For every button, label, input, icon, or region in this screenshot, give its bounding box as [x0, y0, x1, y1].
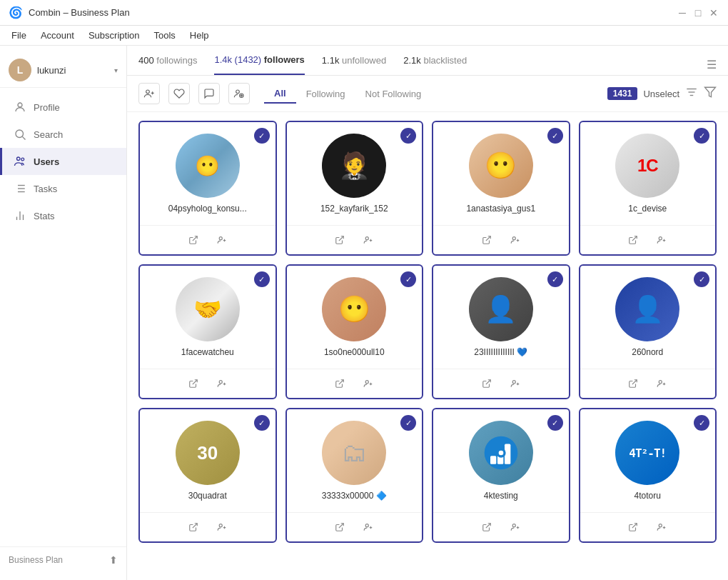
follow-user-button[interactable] [653, 375, 670, 392]
upgrade-icon[interactable]: ⬆ [109, 554, 118, 566]
svg-point-34 [512, 237, 515, 240]
follow-user-button[interactable] [213, 375, 231, 392]
card-avatar: 1С [615, 134, 679, 198]
follow-user-button[interactable] [507, 375, 524, 392]
follow-user-button[interactable] [507, 231, 524, 249]
follow-button[interactable] [228, 83, 250, 104]
open-profile-button[interactable] [185, 231, 202, 249]
stats-bar: 400 followings 1.4k (1432) followers 1.1… [127, 46, 728, 76]
titlebar-left: 🌀 Combin – Business Plan [9, 6, 130, 19]
follow-user-button[interactable] [360, 519, 377, 536]
open-profile-button[interactable] [625, 519, 642, 536]
maximize-button[interactable]: □ [692, 7, 704, 19]
users-icon [14, 155, 26, 168]
tasks-label: Tasks [34, 184, 57, 194]
follow-user-button[interactable] [653, 519, 670, 536]
open-profile-button[interactable] [185, 375, 202, 392]
card-username: 1facewatcheu [148, 347, 267, 363]
card-actions [580, 512, 716, 541]
card-actions [580, 225, 716, 254]
card-actions [140, 225, 275, 254]
svg-point-46 [365, 381, 368, 384]
filter-not-following[interactable]: Not Following [355, 84, 432, 104]
close-button[interactable]: ✕ [708, 7, 719, 19]
sort-icon[interactable] [685, 86, 698, 101]
open-profile-button[interactable] [185, 519, 202, 536]
user-selector[interactable]: L lukunzi ▾ [0, 53, 126, 88]
card-username: 1so0ne000ull10 [295, 347, 414, 363]
card-avatar: 🤵 [322, 134, 386, 198]
svg-point-1 [16, 130, 24, 138]
sidebar-item-tasks[interactable]: Tasks [0, 175, 126, 202]
menu-subscription[interactable]: Subscription [83, 27, 146, 44]
card-top: ✓ 🗂 33333x00000 🔷 [287, 409, 423, 512]
add-user-button[interactable] [138, 83, 160, 104]
svg-line-75 [632, 524, 637, 528]
card-actions [287, 512, 423, 541]
check-badge: ✓ [254, 271, 270, 287]
comment-button[interactable] [198, 83, 220, 104]
follow-user-button[interactable] [213, 519, 231, 536]
person-icon [14, 101, 26, 114]
filter-icon[interactable] [704, 86, 717, 101]
card-top: ✓ 😶 1so0ne000ull10 [287, 266, 423, 369]
open-profile-button[interactable] [331, 375, 348, 392]
stat-followings[interactable]: 400 followings [138, 55, 197, 74]
svg-point-58 [219, 524, 222, 527]
open-profile-button[interactable] [625, 231, 642, 249]
app-logo: 🌀 [9, 6, 23, 19]
card-username: 1c_devise [589, 204, 707, 219]
minimize-button[interactable]: ─ [677, 7, 688, 19]
filter-tabs: All Following Not Following [264, 84, 431, 104]
svg-line-29 [339, 236, 343, 241]
stat-unfollowed[interactable]: 1.1k unfollowed [322, 55, 386, 74]
follow-user-button[interactable] [653, 231, 670, 249]
sidebar-item-users[interactable]: Users [0, 148, 126, 175]
menu-account[interactable]: Account [35, 27, 80, 44]
sidebar-item-search[interactable]: Search [0, 121, 126, 148]
filter-all[interactable]: All [264, 84, 296, 104]
card-actions [140, 369, 275, 398]
check-badge: ✓ [254, 415, 270, 431]
card-top: ✓ 1С 1c_devise [580, 122, 716, 225]
titlebar: 🌀 Combin – Business Plan ─ □ ✕ [0, 0, 728, 26]
follow-user-button[interactable] [360, 231, 377, 249]
profile-label: Profile [34, 102, 60, 113]
list-view-icon[interactable]: ☰ [707, 59, 717, 71]
svg-point-0 [18, 103, 22, 107]
follow-user-button[interactable] [213, 231, 231, 249]
check-badge: ✓ [400, 415, 416, 431]
follow-user-button[interactable] [507, 519, 524, 536]
card-top: ✓ 😶 04psyholog_konsu... [140, 122, 275, 225]
open-profile-button[interactable] [331, 519, 348, 536]
menu-help[interactable]: Help [184, 27, 215, 44]
check-badge: ✓ [547, 271, 563, 287]
card-avatar [469, 421, 533, 485]
svg-line-45 [339, 380, 343, 384]
sidebar-item-stats[interactable]: Stats [0, 202, 126, 229]
toolbar-right: 1431 Unselect [607, 86, 717, 101]
card-username: 1anastasiya_gus1 [442, 204, 560, 219]
user-card: ✓ 😶 1so0ne000ull10 [285, 264, 424, 399]
filter-following[interactable]: Following [296, 84, 355, 104]
card-avatar: 😶 [322, 277, 386, 341]
user-card: ✓ 1С 1c_devise [579, 121, 717, 256]
stat-followers[interactable]: 1.4k (1432) followers [214, 54, 304, 75]
card-avatar: 🗂 [322, 421, 386, 485]
svg-point-14 [146, 90, 150, 94]
open-profile-button[interactable] [478, 375, 495, 392]
open-profile-button[interactable] [625, 375, 642, 392]
unselect-button[interactable]: Unselect [643, 89, 679, 99]
username-label: lukunzi [37, 65, 108, 76]
open-profile-button[interactable] [478, 519, 495, 536]
follow-user-button[interactable] [360, 375, 377, 392]
user-card: ✓ 🤵 152_kayfarik_152 [285, 121, 424, 256]
open-profile-button[interactable] [331, 231, 348, 249]
menu-tools[interactable]: Tools [148, 27, 181, 44]
open-profile-button[interactable] [478, 231, 495, 249]
sidebar-item-profile[interactable]: Profile [0, 94, 126, 121]
like-button[interactable] [168, 83, 190, 104]
stat-blacklisted[interactable]: 2.1k blacklisted [403, 55, 467, 74]
blacklisted-count: 2.1k [403, 55, 421, 66]
menu-file[interactable]: File [6, 27, 32, 44]
